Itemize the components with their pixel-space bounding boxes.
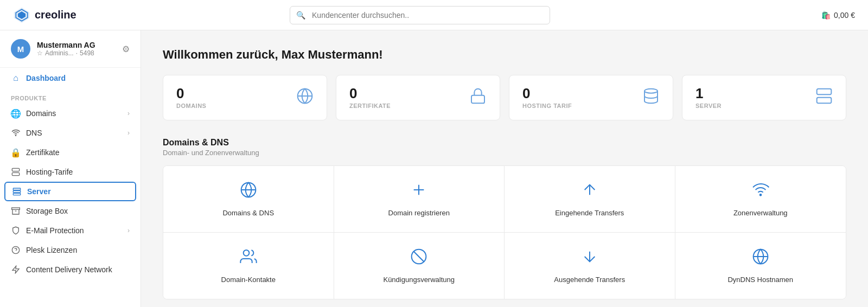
server-stat-icon (815, 87, 833, 108)
svg-rect-4 (12, 168, 19, 171)
wifi-service-icon (752, 181, 769, 202)
sidebar-item-dashboard[interactable]: ⌂ Dashboard (0, 68, 141, 88)
service-card-incoming[interactable]: Eingehende Transfers (505, 166, 675, 233)
wifi-icon (11, 128, 21, 138)
avatar: M (11, 39, 30, 59)
cart-icon: 🛍️ (821, 11, 831, 20)
stat-label-domains: DOMAINS (176, 103, 206, 109)
sidebar-item-dns[interactable]: DNS › (0, 123, 141, 143)
dashboard-label: Dashboard (26, 74, 130, 82)
cart-amount: 0,00 € (834, 11, 855, 20)
main-content: Willkommen zurück, Max Mustermann! 0 DOM… (141, 30, 868, 307)
cart-area[interactable]: 🛍️ 0,00 € (821, 11, 855, 20)
service-label: Domain-Kontakte (221, 276, 276, 284)
stat-num-domains: 0 (176, 86, 206, 100)
service-card-zone[interactable]: Zonenverwaltung (675, 166, 846, 233)
user-section: M Mustermann AG ☆ Adminis... · 5498 ⚙ (0, 30, 141, 68)
svg-rect-5 (12, 172, 19, 175)
svg-point-30 (243, 250, 249, 256)
service-label: Ausgehende Transfers (554, 276, 625, 284)
svg-marker-15 (12, 266, 19, 273)
chevron-right-icon: › (127, 227, 130, 234)
svg-point-3 (15, 135, 16, 136)
stat-label-hosting: HOSTING TARIF (522, 103, 572, 109)
svg-rect-21 (817, 97, 832, 103)
domains-stat-icon (296, 87, 314, 108)
svg-rect-8 (13, 188, 20, 190)
stat-card-domains[interactable]: 0 DOMAINS (163, 75, 327, 120)
arrow-down-service-icon (581, 248, 598, 269)
arrow-up-service-icon (581, 181, 598, 202)
sidebar-item-hosting[interactable]: Hosting-Tarife (0, 162, 141, 182)
server-icon (12, 187, 22, 196)
globe2-service-icon (752, 248, 769, 269)
sidebar-item-zertifikate[interactable]: 🔒 Zertifikate (0, 143, 141, 162)
zert-stat-icon (469, 87, 487, 108)
page-title: Willkommen zurück, Max Mustermann! (163, 48, 846, 62)
globe-icon: 🌐 (11, 108, 21, 118)
chevron-right-icon: › (127, 129, 130, 137)
svg-rect-9 (13, 191, 20, 193)
dns-section-subtitle: Domain- und Zonenverwaltung (163, 149, 846, 157)
sidebar-item-cdn[interactable]: Content Delivery Network (0, 260, 141, 279)
dns-section-title: Domains & DNS (163, 138, 846, 148)
globe-service-icon (240, 181, 257, 202)
stat-card-hosting[interactable]: 0 HOSTING TARIF (509, 75, 673, 120)
chevron-right-icon: › (127, 110, 130, 117)
plus-service-icon (410, 181, 427, 202)
logo-text: creoline (35, 9, 76, 21)
hosting-stat-icon (642, 87, 660, 108)
gear-button[interactable]: ⚙ (122, 44, 130, 54)
service-label: DynDNS Hostnamen (727, 276, 793, 284)
stat-card-zertifikate[interactable]: 0 ZERTIFIKATE (336, 75, 500, 120)
sidebar: M Mustermann AG ☆ Adminis... · 5498 ⚙ ⌂ … (0, 30, 141, 307)
main-wrap: M Mustermann AG ☆ Adminis... · 5498 ⚙ ⌂ … (0, 30, 868, 307)
service-card-outgoing[interactable]: Ausgehende Transfers (505, 233, 675, 299)
stat-label-zert: ZERTIFIKATE (349, 103, 391, 109)
stat-label-server: SERVER (695, 103, 722, 109)
service-label: Zonenverwaltung (733, 209, 788, 217)
products-section-label: PRODUKTE (0, 88, 141, 104)
svg-rect-18 (471, 95, 484, 103)
sidebar-item-server[interactable]: Server (4, 182, 136, 201)
storagebox-icon (11, 206, 21, 216)
svg-line-32 (414, 252, 424, 262)
stat-num-hosting: 0 (522, 86, 572, 100)
logo-icon (13, 7, 30, 24)
users-service-icon (240, 248, 257, 269)
stat-card-server[interactable]: 1 SERVER (682, 75, 846, 120)
service-card-dyndns[interactable]: DynDNS Hostnamen (675, 233, 846, 299)
cdn-icon (11, 265, 21, 274)
svg-rect-20 (817, 88, 832, 94)
service-label: Domains & DNS (222, 209, 274, 217)
search-input[interactable] (290, 6, 550, 24)
service-card-cancellation[interactable]: Kündigungsverwaltung (334, 233, 505, 299)
user-name: Mustermann AG (37, 41, 116, 49)
sidebar-item-plesk[interactable]: Plesk Lizenzen (0, 240, 141, 260)
svg-rect-10 (13, 193, 20, 195)
user-info: Mustermann AG ☆ Adminis... · 5498 (37, 41, 116, 57)
svg-point-29 (760, 194, 761, 196)
service-card-contacts[interactable]: Domain-Kontakte (163, 233, 334, 299)
service-grid: Domains & DNS Domain registrieren (163, 165, 846, 299)
service-card-domain-register[interactable]: Domain registrieren (334, 166, 505, 233)
sidebar-item-domains[interactable]: 🌐 Domains › (0, 104, 141, 123)
header: creoline 🔍 🛍️ 0,00 € (0, 0, 868, 30)
service-label: Eingehende Transfers (555, 209, 624, 217)
sidebar-item-storagebox[interactable]: Storage Box (0, 201, 141, 221)
stats-row: 0 DOMAINS 0 ZERTIFIKATE (163, 75, 846, 120)
logo-area: creoline (13, 7, 154, 24)
sidebar-item-emailprotection[interactable]: E-Mail Protection › (0, 221, 141, 240)
plesk-icon (11, 245, 21, 255)
user-sub: ☆ Adminis... · 5498 (37, 49, 116, 57)
search-bar: 🔍 (290, 6, 550, 24)
svg-point-19 (644, 88, 658, 93)
service-label: Kündigungsverwaltung (383, 276, 455, 284)
cancel-service-icon (410, 248, 427, 269)
svg-rect-11 (12, 208, 20, 209)
lock-icon: 🔒 (11, 148, 21, 157)
server-icon (11, 167, 21, 177)
service-card-domains-dns[interactable]: Domains & DNS (163, 166, 334, 233)
star-icon: ☆ (37, 49, 43, 57)
shield-icon (11, 226, 21, 235)
